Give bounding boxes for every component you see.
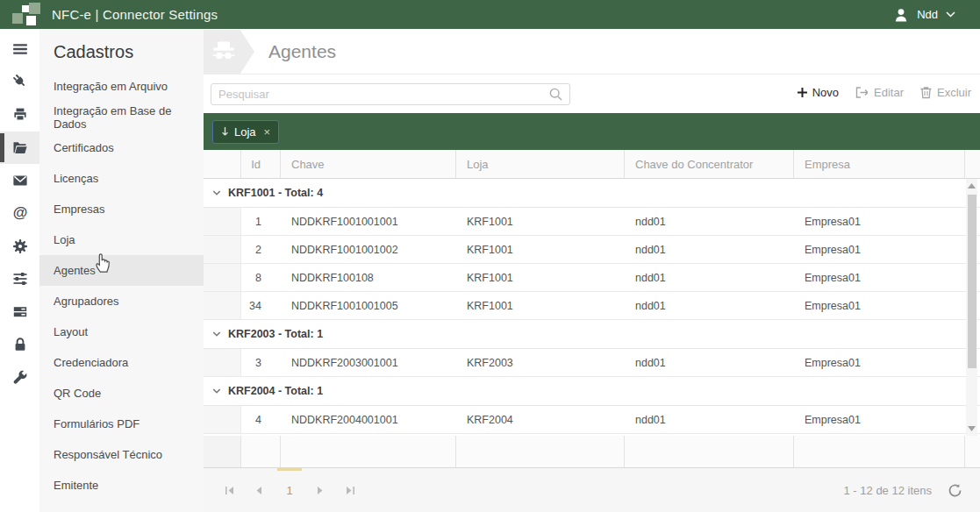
cell-empresa: Empresa01 (794, 236, 965, 263)
sidebar-item-label: Formulários PDF (54, 417, 139, 430)
sidebar-item-loja[interactable]: Loja (39, 224, 204, 255)
chevron-down-icon[interactable] (211, 329, 222, 339)
sidebar-item-empresas[interactable]: Empresas (39, 194, 204, 224)
sidebar-item-integra-o-em-arquivo[interactable]: Integração em Arquivo (39, 71, 204, 102)
rail-item-mail[interactable] (0, 164, 39, 197)
current-page[interactable]: 1 (277, 468, 302, 512)
sidebar-item-qr-code[interactable]: QR Code (39, 378, 204, 409)
app-logo (11, 2, 43, 27)
sidebar-heading: Cadastros (39, 29, 204, 68)
sidebar-item-label: Agrupadores (54, 295, 118, 308)
table-row[interactable]: 1NDDKRF1001001001KRF1001ndd01Empresa01 (204, 208, 980, 236)
top-bar: NFC-e | Connector Settings Ndd (0, 0, 980, 29)
next-page-button[interactable] (315, 468, 325, 512)
rail-item-settings[interactable] (0, 230, 39, 263)
user-menu[interactable]: Ndd (893, 0, 955, 29)
sidebar-item-certificados[interactable]: Certificados (39, 132, 204, 163)
sidebar-item-formul-rios-pdf[interactable]: Formulários PDF (39, 409, 204, 439)
sidebar-item-label: Empresas (54, 203, 105, 216)
edit-button[interactable]: Editar (855, 86, 904, 99)
rail-item-integrations[interactable] (0, 66, 39, 99)
chevron-down-icon[interactable] (211, 188, 222, 198)
cell-concentrator: ndd01 (625, 292, 794, 319)
sidebar-item-agentes[interactable]: Agentes (39, 255, 204, 286)
group-header-row[interactable]: KRF2003 - Total: 1 (204, 320, 980, 349)
pagination-bar: 1 1 - 12 de 12 itens (204, 468, 980, 512)
table-row[interactable]: 4NDDKRF2004001001KRF2004ndd01Empresa01 (204, 406, 980, 434)
group-label: KRF2004 - Total: 1 (228, 385, 323, 397)
export-arrow-icon (855, 86, 869, 99)
rail-item-email-settings[interactable]: @ (0, 197, 39, 231)
user-name: Ndd (917, 8, 938, 21)
pager-info: 1 - 12 de 12 itens (844, 484, 932, 497)
refresh-button[interactable] (948, 483, 962, 498)
table-row[interactable]: 3NDDKRF2003001001KRF2003ndd01Empresa01 (204, 349, 980, 377)
sidebar-item-layout[interactable]: Layout (39, 316, 204, 347)
cell-loja: KRF1001 (456, 264, 625, 291)
remove-group-icon[interactable]: × (264, 126, 271, 138)
table-filler-row (204, 436, 980, 468)
header-empresa[interactable]: Empresa (794, 150, 965, 178)
new-button[interactable]: Novo (797, 86, 839, 99)
last-page-button[interactable] (345, 468, 355, 512)
scroll-up-icon[interactable] (966, 180, 977, 192)
row-expand-cell (204, 406, 241, 433)
first-page-button[interactable] (224, 468, 234, 512)
delete-button[interactable]: Excluir (919, 86, 971, 99)
header-concentrator[interactable]: Chave do Concentrator (625, 150, 794, 178)
group-header-row[interactable]: KRF1001 - Total: 4 (204, 179, 980, 208)
main-content: Agentes Novo (204, 29, 980, 512)
cell-id: 3 (241, 349, 281, 376)
rail-item-tools[interactable] (0, 361, 39, 395)
app-window: NFC-e | Connector Settings Ndd (0, 0, 980, 512)
group-header-row[interactable]: KRF2004 - Total: 1 (204, 377, 980, 406)
sidebar-item-label: Integração em Base de Dados (54, 104, 204, 131)
sidebar-item-emitente[interactable]: Emitente (39, 470, 204, 501)
search-input[interactable] (211, 88, 548, 101)
refresh-icon (948, 483, 962, 498)
scroll-down-icon[interactable] (966, 423, 977, 435)
last-page-icon (346, 486, 355, 495)
rail-item-security[interactable] (0, 329, 39, 362)
table-body: KRF1001 - Total: 41NDDKRF1001001001KRF10… (204, 179, 980, 436)
sidebar-item-respons-vel-t-cnico[interactable]: Responsável Técnico (39, 439, 204, 470)
cell-chave: NDDKRF2004001001 (281, 406, 456, 433)
toolbar-actions: Novo Editar Excluir (797, 86, 971, 99)
menu-toggle-button[interactable] (0, 32, 39, 66)
header-loja[interactable]: Loja (456, 150, 625, 178)
sidebar-item-credenciadora[interactable]: Credenciadora (39, 347, 204, 378)
svg-text:@: @ (12, 204, 27, 221)
printer-icon (11, 106, 29, 124)
rail-item-database[interactable] (0, 295, 39, 329)
sidebar-item-label: Emitente (54, 479, 98, 492)
toolbar: Novo Editar Excluir (204, 75, 980, 113)
cell-chave: NDDKRF1001001005 (281, 292, 456, 319)
pager-status: 1 - 12 de 12 itens (844, 468, 962, 512)
sidebar-item-label: Licenças (54, 172, 98, 185)
cell-chave: NDDKRF1001001001 (281, 208, 456, 235)
sidebar-item-licen-as[interactable]: Licenças (39, 163, 204, 194)
search-icon[interactable] (548, 87, 563, 102)
cell-loja: KRF2004 (456, 406, 625, 433)
rail-item-cadastros[interactable] (0, 132, 39, 165)
group-chip-loja[interactable]: Loja × (212, 120, 279, 144)
table-row[interactable]: 2NDDKRF1001001002KRF1001ndd01Empresa01 (204, 236, 980, 264)
table-row[interactable]: 34NDDKRF1001001005KRF1001ndd01Empresa01 (204, 292, 980, 320)
prev-page-button[interactable] (254, 468, 264, 512)
chevron-down-icon[interactable] (211, 386, 222, 396)
spy-agent-icon (210, 39, 238, 64)
cell-concentrator: ndd01 (625, 349, 794, 376)
cell-chave: NDDKRF1001001002 (281, 236, 456, 263)
sidebar-item-integra-o-em-base-de-dados[interactable]: Integração em Base de Dados (39, 102, 204, 132)
row-expand-cell (204, 292, 241, 319)
header-chave[interactable]: Chave (281, 150, 456, 178)
vertical-scrollbar[interactable] (966, 179, 977, 436)
scrollbar-thumb[interactable] (968, 195, 976, 368)
rail-item-parameters[interactable] (0, 263, 39, 296)
header-id[interactable]: Id (241, 150, 281, 178)
rail-item-printers[interactable] (0, 98, 39, 132)
sidebar-item-label: Agentes (54, 264, 96, 277)
icon-rail: @ (0, 29, 39, 512)
sidebar-item-agrupadores[interactable]: Agrupadores (39, 286, 204, 316)
table-row[interactable]: 8NDDKRF100108KRF1001ndd01Empresa01 (204, 264, 980, 292)
